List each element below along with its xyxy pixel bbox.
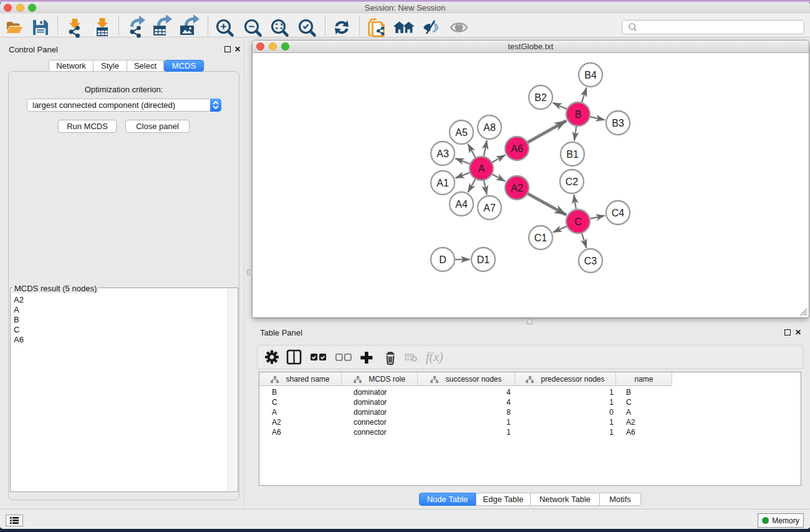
svg-text:A7: A7 xyxy=(483,203,496,213)
svg-text:B4: B4 xyxy=(584,70,597,80)
svg-text:A3: A3 xyxy=(436,148,449,159)
svg-text:B2: B2 xyxy=(534,92,547,103)
svg-text:A4: A4 xyxy=(455,199,468,210)
svg-text:A: A xyxy=(478,163,485,174)
svg-text:B: B xyxy=(575,109,582,120)
svg-text:A8: A8 xyxy=(483,122,496,133)
svg-text:A5: A5 xyxy=(455,127,468,138)
svg-text:A1: A1 xyxy=(436,178,449,188)
svg-text:C3: C3 xyxy=(584,256,597,266)
svg-text:C4: C4 xyxy=(612,208,625,218)
svg-text:C1: C1 xyxy=(534,233,547,243)
svg-text:A2: A2 xyxy=(511,183,523,193)
svg-text:D1: D1 xyxy=(477,254,490,265)
svg-text:C: C xyxy=(574,216,582,227)
svg-text:C2: C2 xyxy=(566,177,579,187)
svg-text:B3: B3 xyxy=(612,118,624,128)
svg-text:A6: A6 xyxy=(511,143,523,154)
svg-text:B1: B1 xyxy=(566,149,579,160)
svg-text:f(x): f(x) xyxy=(426,350,443,364)
svg-text:D: D xyxy=(439,254,446,265)
